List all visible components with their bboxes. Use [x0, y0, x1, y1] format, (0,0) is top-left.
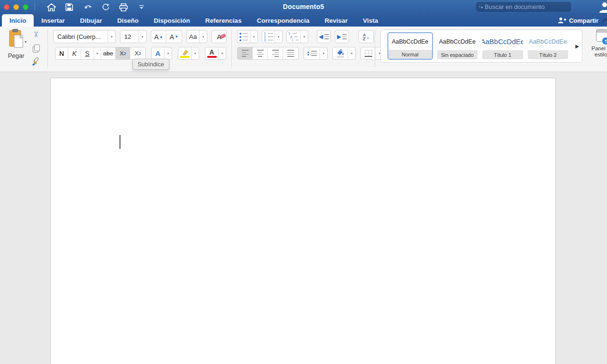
italic-button[interactable]: K — [68, 47, 81, 59]
bullet-list-caret[interactable]: ▾ — [250, 31, 258, 43]
multilevel-list-caret[interactable]: ▾ — [301, 31, 308, 43]
bullets-segment: ▾ — [237, 30, 258, 43]
font-size-value: 12 — [120, 31, 139, 43]
multilevel-list-icon: 1 a i — [288, 33, 299, 41]
paste-button[interactable] — [9, 28, 24, 50]
search-scope-caret[interactable]: ▾ — [481, 6, 483, 9]
grow-font-button[interactable]: A▲ — [151, 31, 166, 43]
clipboard-paste-icon — [9, 28, 24, 48]
sort-az-icon: AZ ↓ — [363, 33, 369, 41]
decrease-indent-button[interactable]: ◀ — [317, 30, 331, 43]
scissors-icon: ✂ — [31, 31, 41, 37]
styles-gallery: AaBbCcDdEe Normal AaBbCcDdEe Sin espacia… — [380, 29, 582, 63]
line-spacing-button[interactable]: ▲▼ — [304, 47, 320, 59]
font-color-button[interactable]: A — [205, 47, 219, 59]
copy-button[interactable] — [29, 42, 42, 54]
numbered-list-icon: 1 2 3 — [264, 33, 273, 41]
text-effects-caret[interactable]: ▾ — [165, 47, 172, 59]
search-input[interactable] — [485, 3, 568, 10]
tab-revisar[interactable]: Revisar — [317, 14, 355, 27]
highlighter-icon — [181, 49, 189, 55]
change-case-caret[interactable]: ▾ — [200, 31, 207, 43]
font-group-row2: N K S ▾ abe X2 X2 A ▾ — [55, 47, 226, 60]
font-name-caret[interactable]: ▾ — [108, 31, 115, 43]
tab-dibujar[interactable]: Dibujar — [73, 14, 110, 27]
font-name-combo[interactable]: Calibri (Cuerp... ▾ — [53, 30, 116, 43]
copy-icon — [33, 45, 39, 52]
style-sin-espaciado[interactable]: AaBbCcDdEe Sin espaciado — [437, 32, 478, 60]
font-group-row1: Calibri (Cuerp... ▾ 12 ▾ A▲ A▼ Aa ▾ A — [53, 30, 227, 43]
cut-button[interactable]: ✂ — [29, 28, 42, 40]
share-button[interactable]: Compartir — [558, 15, 598, 26]
highlight-color-bar — [180, 56, 190, 58]
style-normal[interactable]: AaBbCcDdEe Normal — [387, 32, 433, 60]
subscript-button[interactable]: X2 — [116, 47, 130, 59]
tab-correspondencia[interactable]: Correspondencia — [249, 14, 317, 27]
shrink-font-button[interactable]: A▼ — [166, 31, 182, 43]
paste-label: Pegar — [4, 52, 28, 59]
text-effects-segment: A ▾ — [151, 47, 172, 60]
increase-indent-button[interactable]: ▶ — [335, 30, 349, 43]
multilevel-segment: 1 a i ▾ — [286, 30, 308, 43]
document-page[interactable] — [50, 78, 556, 364]
shading-color-bar — [337, 56, 344, 58]
font-size-caret[interactable]: ▾ — [139, 31, 146, 43]
paste-group: ▾ Pegar — [4, 28, 28, 59]
align-right-button[interactable] — [268, 47, 283, 59]
clipboard-tools: ✂ — [29, 28, 42, 67]
format-painter-button[interactable] — [29, 56, 42, 67]
shading-caret[interactable]: ▾ — [348, 47, 355, 59]
numbered-list-button[interactable]: 1 2 3 — [262, 31, 275, 43]
tab-diseno[interactable]: Diseño — [110, 14, 146, 27]
tab-referencias[interactable]: Referencias — [198, 14, 249, 27]
group-divider — [231, 29, 232, 67]
text-effects-button[interactable]: A — [152, 47, 165, 59]
align-center-button[interactable] — [253, 47, 268, 59]
font-color-caret[interactable]: ▾ — [219, 47, 226, 59]
tab-disposicion[interactable]: Disposición — [146, 14, 198, 27]
superscript-button[interactable]: X2 — [130, 47, 145, 59]
line-spacing-segment: ▲▼ ▾ — [304, 47, 328, 60]
numbered-list-caret[interactable]: ▾ — [275, 31, 282, 43]
borders-button[interactable] — [361, 47, 376, 59]
multilevel-list-button[interactable]: 1 a i — [287, 31, 301, 43]
change-case-button[interactable]: Aa — [187, 31, 200, 43]
paste-dropdown-caret[interactable]: ▾ — [25, 40, 27, 44]
account-avatar-icon[interactable] — [598, 1, 607, 15]
line-spacing-caret[interactable]: ▾ — [320, 47, 327, 59]
bullet-list-button[interactable] — [238, 31, 250, 43]
shading-button[interactable] — [333, 47, 348, 59]
styles-pane-icon: ¶ — [596, 29, 607, 44]
strikethrough-button[interactable]: abe — [101, 47, 116, 59]
align-right-icon — [272, 50, 279, 57]
sort-button[interactable]: AZ ↓ — [359, 30, 374, 43]
format-painter-brush-icon — [31, 57, 40, 66]
font-size-combo[interactable]: 12 ▾ — [120, 30, 147, 43]
style-titulo-2[interactable]: AaBbCcDdEe Título 2 — [527, 32, 569, 60]
numbering-segment: 1 2 3 ▾ — [262, 30, 283, 43]
document-area — [0, 73, 607, 364]
collapse-ribbon-icon[interactable] — [601, 17, 607, 26]
align-left-icon — [242, 50, 248, 57]
justify-button[interactable] — [283, 47, 298, 59]
styles-gallery-more-arrow[interactable]: ▶ — [572, 32, 582, 60]
search-box[interactable]: ▾ — [476, 2, 571, 12]
paint-bucket-icon — [336, 49, 344, 58]
tab-vista[interactable]: Vista — [355, 14, 386, 27]
align-left-button[interactable] — [238, 47, 253, 59]
highlight-button[interactable] — [178, 47, 192, 59]
justify-icon — [287, 50, 294, 57]
tab-inicio[interactable]: Inicio — [2, 14, 34, 27]
highlight-caret[interactable]: ▾ — [192, 47, 199, 59]
change-case-segment: Aa ▾ — [186, 30, 207, 43]
style-titulo-1[interactable]: AaBbCcDdEe Título 1 — [482, 32, 524, 60]
borders-icon — [365, 50, 372, 57]
tab-insertar[interactable]: Insertar — [34, 14, 73, 27]
text-cursor — [120, 135, 120, 149]
grow-font-arrow-icon: ▲ — [159, 35, 163, 39]
underline-caret[interactable]: ▾ — [94, 47, 101, 59]
underline-button[interactable]: S — [81, 47, 94, 59]
clear-formatting-button[interactable]: A — [212, 30, 227, 43]
bold-button[interactable]: N — [55, 47, 68, 59]
styles-pane-button[interactable]: ¶ Panel de estilos — [588, 28, 607, 58]
